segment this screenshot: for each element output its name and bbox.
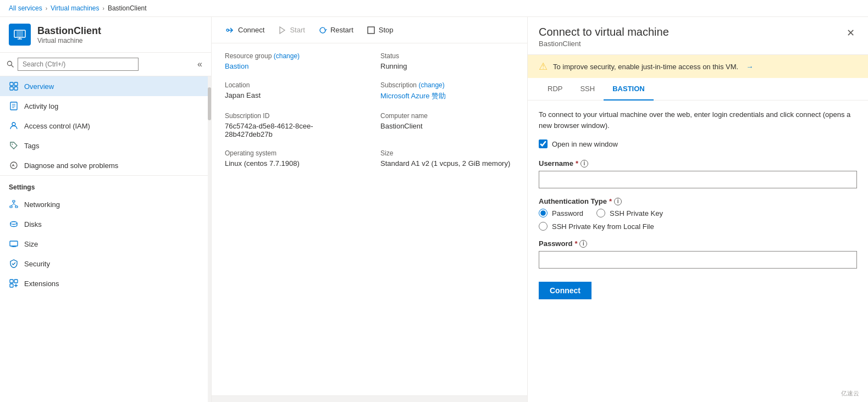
resource-group-change-link[interactable]: (change) (274, 52, 300, 60)
os-detail: Operating system Linux (centos 7.7.1908) (225, 149, 358, 168)
sidebar-item-security-label: Security (24, 260, 50, 268)
sidebar-scrollbar[interactable] (208, 76, 211, 402)
status-label: Status (380, 52, 514, 60)
restart-button[interactable]: Restart (313, 23, 359, 38)
sidebar-item-extensions[interactable]: Extensions (0, 273, 208, 293)
panel-tabs: RDP SSH BASTION (528, 78, 868, 101)
sidebar-scrollbar-thumb (208, 87, 211, 120)
sidebar-item-size-label: Size (24, 240, 38, 248)
subscription-id-value: 76c5742a-d5e8-4612-8cee-28b427deb27b (225, 122, 358, 138)
sidebar-search-bar: « (0, 53, 211, 76)
extensions-icon (9, 278, 19, 288)
username-input[interactable] (539, 171, 857, 188)
breadcrumb-virtual-machines[interactable]: Virtual machines (51, 4, 99, 12)
sidebar-item-disks[interactable]: Disks (0, 214, 208, 234)
svg-rect-5 (14, 82, 18, 86)
location-label: Location (225, 81, 358, 89)
sidebar-item-tags[interactable]: Tags (0, 136, 208, 155)
auth-radio-group: Password SSH Private Key SSH Private Key… (539, 209, 857, 231)
radio-ssh-file-row: SSH Private Key from Local File (539, 222, 857, 231)
sidebar-item-diagnose[interactable]: Diagnose and solve problems (0, 155, 208, 175)
sidebar-item-access-control-label: Access control (IAM) (24, 122, 90, 130)
location-detail: Location Japan East (225, 81, 358, 101)
svg-line-3 (12, 65, 14, 68)
size-label: Size (380, 149, 514, 157)
connect-panel: Connect to virtual machine BastionClient… (527, 17, 868, 402)
tab-ssh[interactable]: SSH (571, 78, 604, 101)
auth-type-label: Authentication Type * i (539, 197, 857, 205)
start-icon (278, 26, 286, 35)
location-value: Japan East (225, 91, 358, 99)
stop-icon (367, 26, 375, 35)
sidebar-item-networking[interactable]: Networking (0, 194, 208, 214)
sidebar-item-access-control[interactable]: Access control (IAM) (0, 116, 208, 136)
svg-rect-6 (10, 87, 13, 90)
sidebar-item-extensions-label: Extensions (24, 280, 59, 288)
tags-icon (9, 141, 19, 150)
computer-name-detail: Computer name BastionClient (380, 112, 514, 138)
password-required-star: * (574, 239, 577, 248)
open-new-window-checkbox[interactable] (539, 139, 548, 148)
resource-group-detail: Resource group (change) Bastion (225, 52, 358, 70)
panel-header: Connect to virtual machine BastionClient… (528, 17, 868, 55)
auth-radio-inline: Password SSH Private Key (539, 209, 857, 217)
overview-icon (9, 81, 19, 91)
resource-group-value-link[interactable]: Bastion (225, 62, 248, 70)
panel-description: To connect to your virtual machine over … (539, 109, 857, 131)
sidebar-item-overview[interactable]: Overview (0, 76, 208, 96)
svg-rect-7 (14, 87, 18, 90)
auth-type-field-group: Authentication Type * i Password SSH Pri… (539, 197, 857, 231)
radio-ssh-file[interactable] (539, 222, 548, 231)
sidebar-item-diagnose-label: Diagnose and solve problems (24, 161, 118, 170)
radio-password[interactable] (539, 209, 548, 217)
svg-rect-4 (10, 82, 13, 86)
start-button-label: Start (290, 26, 305, 34)
password-info-icon[interactable]: i (579, 240, 587, 248)
os-label: Operating system (225, 149, 358, 157)
svg-rect-26 (14, 280, 18, 283)
radio-password-label[interactable]: Password (552, 209, 583, 217)
close-panel-button[interactable]: ✕ (844, 26, 857, 40)
sidebar-item-security[interactable]: Security (0, 254, 208, 273)
subscription-value-link[interactable]: Microsoft Azure 赞助 (380, 92, 446, 100)
subscription-change-link[interactable]: (change) (418, 81, 444, 89)
disks-icon (9, 219, 19, 229)
status-value: Running (380, 62, 514, 70)
sidebar-item-activity-log[interactable]: Activity log (0, 96, 208, 116)
tab-rdp[interactable]: RDP (539, 78, 571, 101)
panel-subtitle: BastionClient (539, 40, 669, 48)
tab-bastion[interactable]: BASTION (604, 78, 654, 101)
breadcrumb-all-services[interactable]: All services (9, 4, 42, 12)
svg-rect-22 (10, 241, 18, 246)
panel-content: To connect to your virtual machine over … (528, 101, 868, 402)
username-required-star: * (576, 159, 578, 168)
connect-button[interactable]: Connect (220, 23, 270, 38)
size-value: Standard A1 v2 (1 vcpus, 2 GiB memory) (380, 159, 514, 168)
stop-button[interactable]: Stop (361, 23, 399, 38)
open-new-window-label[interactable]: Open in new window (552, 140, 618, 148)
collapse-sidebar-button[interactable]: « (195, 57, 204, 71)
radio-ssh-file-label[interactable]: SSH Private Key from Local File (552, 222, 654, 231)
computer-name-label: Computer name (380, 112, 514, 120)
radio-ssh-key-label[interactable]: SSH Private Key (610, 209, 663, 217)
radio-ssh-key[interactable] (596, 209, 605, 217)
computer-name-value: BastionClient (380, 122, 514, 130)
subscription-label: Subscription (change) (380, 81, 514, 89)
subscription-id-detail: Subscription ID 76c5742a-d5e8-4612-8cee-… (225, 112, 358, 138)
search-input[interactable] (18, 58, 139, 71)
sidebar-item-tags-label: Tags (24, 142, 39, 150)
password-field-group: Password * i (539, 239, 857, 269)
svg-marker-29 (280, 27, 285, 34)
svg-point-28 (226, 29, 229, 31)
auth-type-info-icon[interactable]: i (614, 198, 622, 205)
diagnose-icon (9, 160, 19, 170)
connect-submit-button[interactable]: Connect (539, 282, 591, 299)
sidebar-item-size[interactable]: Size (0, 234, 208, 254)
start-button[interactable]: Start (272, 23, 310, 38)
password-input[interactable] (539, 251, 857, 269)
username-info-icon[interactable]: i (580, 160, 588, 168)
svg-rect-16 (10, 206, 12, 208)
auth-type-required-star: * (609, 197, 612, 205)
horizontal-scrollbar[interactable] (212, 395, 527, 402)
warning-arrow-link[interactable]: → (746, 63, 753, 71)
